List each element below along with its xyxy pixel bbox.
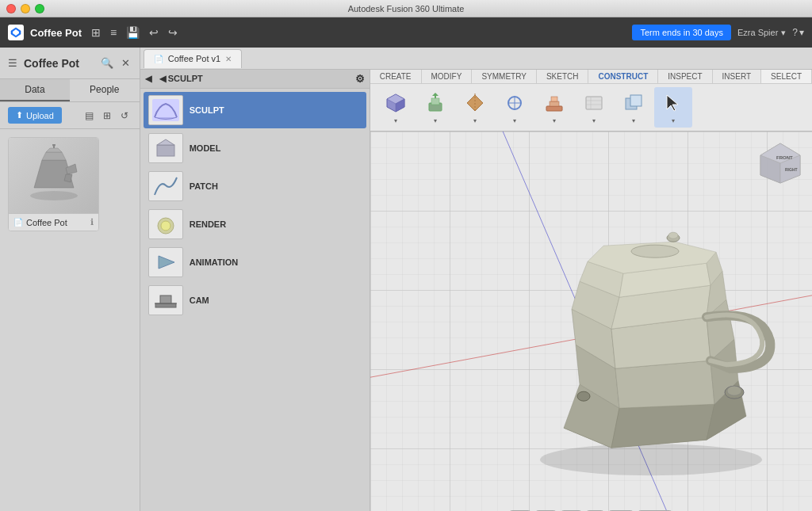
- dropdown-arrow: ▾: [473, 117, 477, 124]
- collapse-icon[interactable]: ◀: [145, 74, 151, 84]
- minimize-button[interactable]: [21, 4, 30, 13]
- nav-toolbar[interactable]: ⊞ ≡ 💾 ↩ ↪: [88, 23, 181, 42]
- help-button[interactable]: ? ▾: [792, 27, 804, 38]
- cam-thumbnail: [148, 285, 183, 315]
- file-info-button[interactable]: ℹ: [90, 217, 94, 227]
- list-view-button[interactable]: ▤: [82, 109, 97, 123]
- svg-text:FRONT: FRONT: [776, 155, 793, 160]
- menu-icon[interactable]: ≡: [107, 23, 120, 42]
- tool-select[interactable]: ▾: [654, 87, 692, 128]
- refresh-button[interactable]: ↺: [117, 109, 132, 123]
- workspace-patch[interactable]: PATCH: [144, 168, 366, 204]
- sidebar-header: ☰ Coffee Pot 🔍 ✕: [0, 48, 140, 79]
- section-modify[interactable]: MODIFY: [422, 70, 473, 83]
- user-menu[interactable]: Ezra Spier ▾: [737, 28, 786, 38]
- section-symmetry[interactable]: SYMMETRY: [472, 70, 537, 83]
- svg-marker-5: [64, 174, 72, 182]
- svg-rect-37: [586, 97, 602, 109]
- construct-icon: [542, 90, 567, 116]
- workspace-model[interactable]: MODEL: [144, 130, 366, 166]
- tab-bar: 📄 Coffee Pot v1 ✕: [140, 48, 812, 70]
- upload-button[interactable]: ⬆ Upload: [8, 107, 62, 124]
- tab-icon: 📄: [154, 55, 163, 63]
- sidebar-content: 📄 Coffee Pot ℹ: [0, 129, 140, 511]
- tool-symmetry[interactable]: ▾: [456, 87, 494, 128]
- section-inspect[interactable]: INSPECT: [658, 70, 712, 83]
- dropdown-arrow: ▾: [434, 117, 437, 124]
- svg-rect-10: [157, 145, 174, 156]
- left-sidebar: ☰ Coffee Pot 🔍 ✕ Data People ⬆ Upload ▤ …: [0, 48, 140, 511]
- chevron-down-icon: ▾: [799, 27, 804, 38]
- tab-data[interactable]: Data: [0, 79, 70, 101]
- tab-close-button[interactable]: ✕: [225, 55, 232, 63]
- svg-rect-26: [431, 98, 439, 105]
- tool-insert[interactable]: ▾: [615, 87, 653, 128]
- title-bar: Autodesk Fusion 360 Ultimate: [0, 0, 812, 17]
- sidebar-actions: 🔍 ✕: [99, 55, 132, 71]
- section-create[interactable]: CREATE: [370, 70, 422, 83]
- trial-button[interactable]: Term ends in 30 days: [632, 25, 731, 40]
- workspace-panel-header: ◀ ◀ SCULPT ⚙: [140, 70, 370, 89]
- svg-point-69: [631, 245, 679, 257]
- tool-construct[interactable]: ▾: [535, 87, 573, 128]
- svg-point-7: [52, 144, 56, 147]
- svg-rect-34: [546, 106, 562, 111]
- maximize-button[interactable]: [35, 4, 44, 13]
- file-card[interactable]: 📄 Coffee Pot ℹ: [8, 137, 99, 231]
- redo-icon[interactable]: ↪: [165, 23, 181, 42]
- dropdown-arrow: ▾: [632, 117, 635, 124]
- svg-point-71: [668, 232, 678, 238]
- chevron-down-icon: ▾: [781, 28, 786, 38]
- section-insert[interactable]: INSERT: [713, 70, 762, 83]
- grid-view-button[interactable]: ⊞: [100, 109, 114, 123]
- toolbar-canvas-column: CREATE MODIFY SYMMETRY SKETCH CONSTRUCT …: [370, 70, 812, 511]
- app-logo: [8, 25, 24, 40]
- grid-icon[interactable]: ⊞: [88, 23, 104, 42]
- content-row: ◀ ◀ SCULPT ⚙ SCULPT: [140, 70, 812, 511]
- section-construct[interactable]: CONSTRUCT: [588, 70, 658, 83]
- sidebar-back-icon[interactable]: ☰: [8, 57, 17, 69]
- svg-rect-19: [155, 303, 176, 307]
- window-controls[interactable]: [6, 4, 44, 13]
- workspace-sculpt[interactable]: SCULPT: [144, 92, 366, 128]
- top-bar-left: Coffee Pot ⊞ ≡ 💾 ↩ ↪: [8, 23, 622, 42]
- canvas-area[interactable]: FRONT RIGHT ⊞▾ ✋ 🔍 ⊕ ⬜▾ ⬜⬜▾: [370, 132, 812, 511]
- select-icon: [661, 90, 686, 116]
- svg-point-15: [161, 221, 170, 231]
- tab-people[interactable]: People: [70, 79, 140, 101]
- main-content: ☰ Coffee Pot 🔍 ✕ Data People ⬆ Upload ▤ …: [0, 48, 812, 511]
- svg-point-66: [727, 386, 741, 395]
- svg-rect-20: [160, 296, 171, 303]
- dropdown-arrow: ▾: [672, 117, 675, 124]
- insert-icon: [621, 90, 646, 116]
- section-select[interactable]: SELECT: [761, 70, 812, 83]
- patch-thumbnail: [148, 171, 183, 201]
- dropdown-arrow: ▾: [592, 117, 596, 124]
- workspace-cam[interactable]: CAM: [144, 282, 366, 318]
- undo-icon[interactable]: ↩: [146, 23, 162, 42]
- top-bar: Coffee Pot ⊞ ≡ 💾 ↩ ↪ Term ends in 30 day…: [0, 17, 812, 48]
- tool-inspect[interactable]: ▾: [575, 87, 613, 128]
- tab-coffee-pot[interactable]: 📄 Coffee Pot v1 ✕: [144, 49, 242, 68]
- toolbar-sections: CREATE MODIFY SYMMETRY SKETCH CONSTRUCT …: [370, 70, 812, 84]
- section-sketch[interactable]: SKETCH: [537, 70, 589, 83]
- view-buttons: ▤ ⊞ ↺: [82, 109, 132, 123]
- workspace-render[interactable]: RENDER: [144, 206, 366, 242]
- close-button[interactable]: [6, 4, 16, 13]
- close-button[interactable]: ✕: [120, 55, 132, 71]
- coffee-pot-model: [500, 214, 802, 486]
- workspace-panel: ◀ ◀ SCULPT ⚙ SCULPT: [140, 70, 370, 511]
- workspace-animation[interactable]: ANIMATION: [144, 244, 366, 280]
- settings-icon[interactable]: ⚙: [355, 73, 365, 85]
- svg-marker-3: [46, 148, 62, 152]
- search-button[interactable]: 🔍: [99, 55, 115, 71]
- tool-sketch[interactable]: ▾: [496, 87, 534, 128]
- save-icon[interactable]: 💾: [123, 23, 143, 42]
- tool-create-box[interactable]: ▾: [377, 87, 415, 128]
- tool-modify-extrude[interactable]: ▾: [416, 87, 454, 128]
- file-thumbnail: [9, 138, 98, 213]
- svg-rect-36: [551, 97, 557, 101]
- viewport-cube[interactable]: FRONT RIGHT: [756, 139, 804, 187]
- sidebar-toolbar: ⬆ Upload ▤ ⊞ ↺: [0, 102, 140, 129]
- dropdown-arrow: ▾: [394, 117, 397, 124]
